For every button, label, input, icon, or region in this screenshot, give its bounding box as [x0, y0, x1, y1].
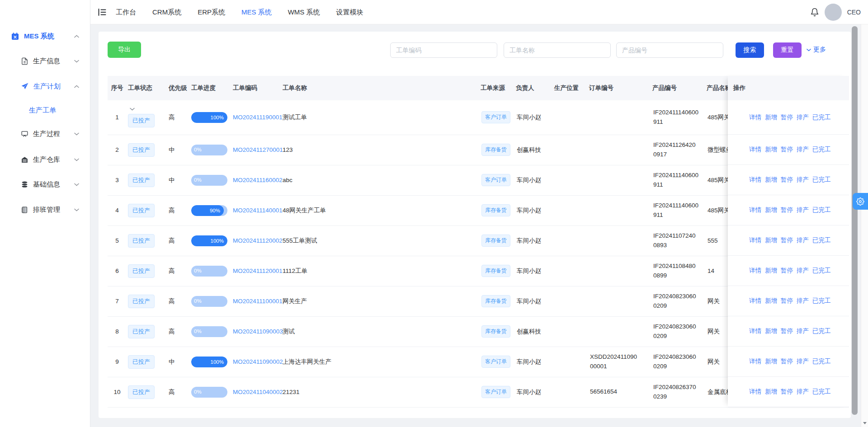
- filter-input-2[interactable]: [504, 42, 611, 58]
- sidebar-item-1[interactable]: 生产信息: [0, 52, 90, 70]
- action-link-5[interactable]: 已完工: [812, 357, 831, 366]
- sidebar-item-3[interactable]: 生产过程: [0, 124, 90, 143]
- nav-tab-4[interactable]: MES 系统: [241, 8, 272, 17]
- action-link-3[interactable]: 暂停: [781, 113, 793, 122]
- action-link-1[interactable]: 详情: [749, 113, 761, 122]
- more-toggle[interactable]: 更多: [807, 46, 826, 54]
- action-link-3[interactable]: 暂停: [781, 327, 793, 335]
- sidebar-item-mes-root[interactable]: MES 系统: [0, 27, 90, 45]
- sidebar-subitem-生产工单[interactable]: 生产工单: [0, 101, 90, 119]
- action-link-4[interactable]: 排产: [797, 206, 809, 214]
- chevron-up-icon: [74, 35, 79, 38]
- work-order-code-link[interactable]: MO202411140001: [233, 207, 283, 214]
- settings-gear-button[interactable]: [853, 193, 868, 210]
- action-link-4[interactable]: 排产: [797, 388, 809, 396]
- action-link-2[interactable]: 新增: [765, 327, 777, 335]
- action-link-5[interactable]: 已完工: [812, 176, 831, 184]
- collapse-menu-icon[interactable]: [97, 7, 108, 18]
- action-link-3[interactable]: 暂停: [781, 236, 793, 244]
- nav-tab-6[interactable]: 设置模块: [336, 8, 363, 17]
- nav-tab-5[interactable]: WMS 系统: [288, 8, 320, 17]
- action-link-2[interactable]: 新增: [765, 388, 777, 396]
- action-link-3[interactable]: 暂停: [781, 176, 793, 184]
- action-link-2[interactable]: 新增: [765, 113, 777, 122]
- action-link-4[interactable]: 排产: [797, 297, 809, 305]
- action-link-4[interactable]: 排产: [797, 327, 809, 335]
- action-link-1[interactable]: 详情: [749, 145, 761, 154]
- work-order-code-link[interactable]: MO202411270001: [233, 146, 283, 153]
- sidebar-item-6[interactable]: 排班管理: [0, 200, 90, 219]
- action-link-5[interactable]: 已完工: [812, 388, 831, 396]
- action-link-1[interactable]: 详情: [749, 297, 761, 305]
- work-order-code-link[interactable]: MO202411120001: [233, 267, 283, 274]
- action-link-1[interactable]: 详情: [749, 267, 761, 275]
- action-link-2[interactable]: 新增: [765, 267, 777, 275]
- action-link-5[interactable]: 已完工: [812, 145, 831, 154]
- action-link-3[interactable]: 暂停: [781, 145, 793, 154]
- action-link-1[interactable]: 详情: [749, 357, 761, 366]
- expand-row-icon[interactable]: [130, 108, 135, 111]
- action-link-2[interactable]: 新增: [765, 297, 777, 305]
- nav-tab-2[interactable]: CRM系统: [152, 8, 181, 17]
- search-button[interactable]: 搜索: [736, 42, 764, 58]
- action-link-2[interactable]: 新增: [765, 176, 777, 184]
- nav-tab-3[interactable]: ERP系统: [198, 8, 225, 17]
- action-link-4[interactable]: 排产: [797, 113, 809, 122]
- cell-name: 网关生产: [281, 286, 479, 316]
- filter-input-3[interactable]: [616, 42, 723, 58]
- action-link-3[interactable]: 暂停: [781, 206, 793, 214]
- scroll-down-arrow-icon[interactable]: [861, 420, 868, 426]
- work-order-code-link[interactable]: MO202411100001: [233, 298, 283, 305]
- action-link-2[interactable]: 新增: [765, 236, 777, 244]
- reset-button[interactable]: 重置: [773, 42, 802, 58]
- action-link-1[interactable]: 详情: [749, 388, 761, 396]
- cell-order-no: [588, 135, 651, 165]
- work-order-code-link[interactable]: MO202411090002: [233, 358, 283, 365]
- action-link-3[interactable]: 暂停: [781, 388, 793, 396]
- action-link-5[interactable]: 已完工: [812, 327, 831, 335]
- work-order-code-link[interactable]: MO202411090003: [233, 328, 283, 335]
- nav-tab-1[interactable]: 工作台: [116, 8, 136, 17]
- vertical-scrollbar-thumb[interactable]: [852, 26, 858, 415]
- action-link-5[interactable]: 已完工: [812, 113, 831, 122]
- action-link-4[interactable]: 排产: [797, 236, 809, 244]
- window-vertical-scrollbar[interactable]: [861, 24, 868, 427]
- action-link-5[interactable]: 已完工: [812, 206, 831, 214]
- cell-index: 1: [108, 100, 127, 135]
- filter-input-1[interactable]: [390, 42, 497, 58]
- action-link-1[interactable]: 详情: [749, 176, 761, 184]
- action-link-2[interactable]: 新增: [765, 206, 777, 214]
- work-order-code-link[interactable]: MO202411190001: [233, 114, 283, 121]
- work-order-code-link[interactable]: MO202411120002: [233, 237, 283, 244]
- cell-code: MO202411090002: [231, 347, 281, 377]
- cell-location: [553, 135, 588, 165]
- action-link-1[interactable]: 详情: [749, 327, 761, 335]
- action-link-2[interactable]: 新增: [765, 145, 777, 154]
- bell-icon[interactable]: [810, 8, 819, 17]
- action-link-5[interactable]: 已完工: [812, 297, 831, 305]
- source-tag: 库存备货: [481, 265, 510, 277]
- action-link-5[interactable]: 已完工: [812, 267, 831, 275]
- sidebar-item-5[interactable]: 基础信息: [0, 175, 90, 194]
- work-order-code-link[interactable]: MO202411160002: [233, 177, 283, 183]
- cell-source: 库存备货: [479, 135, 514, 165]
- top-navigation: 工作台CRM系统ERP系统MES 系统WMS 系统设置模块: [116, 0, 363, 24]
- work-order-code-link[interactable]: MO202411040002: [233, 389, 283, 395]
- action-link-1[interactable]: 详情: [749, 236, 761, 244]
- action-link-1[interactable]: 详情: [749, 206, 761, 214]
- sidebar-item-4[interactable]: 生产仓库: [0, 150, 90, 169]
- cell-order-no: [588, 256, 651, 286]
- sidebar-item-2[interactable]: 生产计划: [0, 77, 90, 96]
- action-link-3[interactable]: 暂停: [781, 297, 793, 305]
- operations-row: 详情新增暂停排产已完工: [728, 286, 849, 316]
- action-link-4[interactable]: 排产: [797, 357, 809, 366]
- export-button[interactable]: 导出: [108, 42, 141, 58]
- action-link-4[interactable]: 排产: [797, 267, 809, 275]
- action-link-3[interactable]: 暂停: [781, 357, 793, 366]
- action-link-2[interactable]: 新增: [765, 357, 777, 366]
- action-link-4[interactable]: 排产: [797, 145, 809, 154]
- action-link-5[interactable]: 已完工: [812, 236, 831, 244]
- avatar[interactable]: [825, 4, 842, 21]
- action-link-3[interactable]: 暂停: [781, 267, 793, 275]
- action-link-4[interactable]: 排产: [797, 176, 809, 184]
